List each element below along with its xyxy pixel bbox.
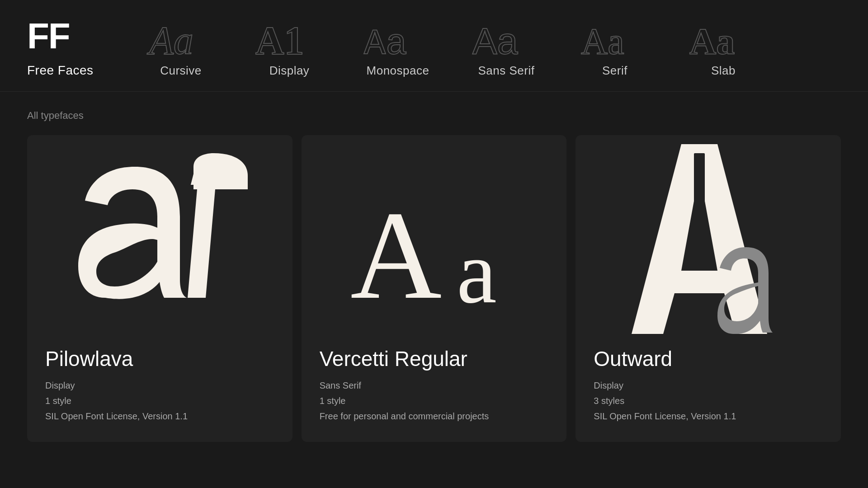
nav-item-monospace[interactable]: Aa Monospace xyxy=(344,14,452,82)
font-card-outward[interactable]: Outward Display 3 styles SIL Open Font L… xyxy=(576,135,841,442)
outward-meta: Display 3 styles SIL Open Font License, … xyxy=(594,378,823,424)
main-content: All typefaces Pi xyxy=(0,92,868,460)
pilowlava-name: Pilowlava xyxy=(45,347,274,371)
slab-label: Slab xyxy=(711,64,736,78)
outward-category: Display xyxy=(594,380,623,390)
monospace-icon: Aa xyxy=(362,14,434,59)
pilowlava-license: SIL Open Font License, Version 1.1 xyxy=(45,411,188,421)
brand-logo-icon: FF xyxy=(27,14,70,59)
font-card-pilowlava[interactable]: Pilowlava Display 1 style SIL Open Font … xyxy=(27,135,292,442)
nav-item-display[interactable]: A1 Display xyxy=(235,14,344,82)
outward-name: Outward xyxy=(594,347,823,371)
svg-text:A: A xyxy=(350,185,442,325)
svg-text:Aa: Aa xyxy=(472,20,518,59)
nav-item-slab[interactable]: Aa Slab xyxy=(669,14,778,82)
pilowlava-info: Pilowlava Display 1 style SIL Open Font … xyxy=(27,334,292,442)
svg-text:a: a xyxy=(457,222,497,322)
font-cards-grid: Pilowlava Display 1 style SIL Open Font … xyxy=(27,135,841,442)
nav-brand[interactable]: FF Free Faces xyxy=(27,14,127,82)
outward-license: SIL Open Font License, Version 1.1 xyxy=(594,411,736,421)
svg-text:Aa: Aa xyxy=(689,21,735,59)
nav-item-sans-serif[interactable]: Aa Sans Serif xyxy=(452,14,561,82)
vercetti-styles: 1 style xyxy=(320,396,346,406)
serif-icon: Aa xyxy=(579,14,651,59)
slab-icon: Aa xyxy=(687,14,760,59)
pilowlava-category: Display xyxy=(45,380,75,390)
vercetti-meta: Sans Serif 1 style Free for personal and… xyxy=(320,378,549,424)
vercetti-preview: A a xyxy=(302,135,567,334)
nav-item-cursive[interactable]: Aa Cursive xyxy=(127,14,235,82)
pilowlava-preview xyxy=(27,135,292,334)
sans-serif-icon: Aa xyxy=(470,14,542,59)
font-card-vercetti[interactable]: A a Vercetti Regular Sans Serif 1 style … xyxy=(302,135,567,442)
svg-text:Aa: Aa xyxy=(147,19,193,59)
nav-item-serif[interactable]: Aa Serif xyxy=(561,14,669,82)
cursive-label: Cursive xyxy=(160,64,202,78)
serif-label: Serif xyxy=(602,64,627,78)
svg-text:Aa: Aa xyxy=(581,21,624,59)
vercetti-category: Sans Serif xyxy=(320,380,361,390)
outward-styles: 3 styles xyxy=(594,396,624,406)
vercetti-license: Free for personal and commercial project… xyxy=(320,411,489,421)
monospace-label: Monospace xyxy=(367,64,429,78)
brand-label: Free Faces xyxy=(27,63,94,78)
display-label: Display xyxy=(269,64,310,78)
display-icon: A1 xyxy=(253,14,326,59)
cursive-icon: Aa xyxy=(145,14,217,59)
outward-info: Outward Display 3 styles SIL Open Font L… xyxy=(576,334,841,442)
main-navigation: FF Free Faces Aa Cursive A1 Display Aa M… xyxy=(0,0,868,92)
vercetti-info: Vercetti Regular Sans Serif 1 style Free… xyxy=(302,334,567,442)
svg-text:A1: A1 xyxy=(255,19,304,59)
pilowlava-meta: Display 1 style SIL Open Font License, V… xyxy=(45,378,274,424)
outward-preview xyxy=(576,135,841,334)
pilowlava-styles: 1 style xyxy=(45,396,71,406)
sans-serif-label: Sans Serif xyxy=(478,64,535,78)
section-label: All typefaces xyxy=(27,110,841,122)
svg-text:Aa: Aa xyxy=(364,23,407,59)
svg-rect-8 xyxy=(694,153,705,244)
vercetti-name: Vercetti Regular xyxy=(320,347,549,371)
